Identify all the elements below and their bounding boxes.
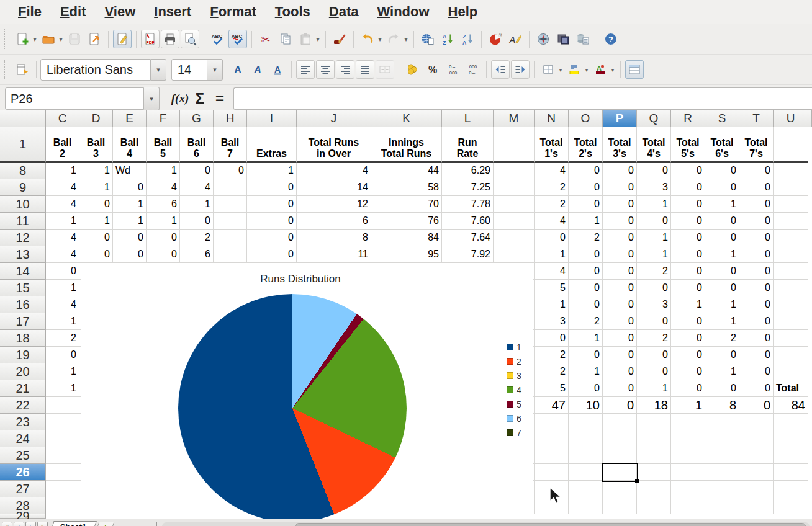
cell-C23[interactable] xyxy=(46,414,79,430)
row-header-26[interactable]: 26 xyxy=(0,464,46,481)
menu-item-window[interactable]: Window xyxy=(368,2,438,22)
increase-indent-icon[interactable] xyxy=(511,60,530,79)
font-size-combo[interactable]: 14 xyxy=(171,59,207,81)
print-preview-icon[interactable] xyxy=(181,30,199,48)
cell-O9[interactable]: 0 xyxy=(569,179,603,196)
cell-O22[interactable]: 10 xyxy=(569,397,603,414)
cell-S28[interactable] xyxy=(705,497,739,514)
cell-C8[interactable]: 1 xyxy=(46,163,79,179)
cell-Q10[interactable]: 1 xyxy=(637,196,671,213)
row-header-16[interactable]: 16 xyxy=(0,296,46,313)
column-header-G[interactable]: G xyxy=(180,110,214,127)
cell-D1[interactable]: Ball 3 xyxy=(79,127,113,163)
cell-P17[interactable]: 0 xyxy=(603,313,637,330)
cell-R22[interactable]: 1 xyxy=(671,397,705,414)
cell-N20[interactable]: 2 xyxy=(535,363,569,380)
cell-C9[interactable]: 4 xyxy=(46,179,79,196)
column-header-F[interactable]: F xyxy=(147,110,180,127)
cell-S9[interactable]: 0 xyxy=(705,179,739,196)
cell-G11[interactable]: 0 xyxy=(180,213,214,230)
cell-O17[interactable]: 2 xyxy=(569,313,603,330)
cell-P11[interactable]: 0 xyxy=(603,213,637,230)
cell-N12[interactable]: 0 xyxy=(535,230,569,246)
cell-R1[interactable]: Total 5's xyxy=(671,127,705,163)
horizontal-scrollbar[interactable] xyxy=(162,522,810,526)
cell-O28[interactable] xyxy=(569,497,603,514)
cell-T23[interactable] xyxy=(739,414,774,430)
cell-P23[interactable] xyxy=(603,414,637,430)
cell-O12[interactable]: 2 xyxy=(569,230,603,246)
column-header-R[interactable]: R xyxy=(671,110,705,127)
cell-U23[interactable] xyxy=(774,414,808,430)
row-header-9[interactable]: 9 xyxy=(0,179,46,196)
row-header-25[interactable]: 25 xyxy=(0,447,46,464)
cell-P22[interactable]: 0 xyxy=(603,397,637,414)
row-header-23[interactable]: 23 xyxy=(0,414,46,430)
cell-G1[interactable]: Ball 6 xyxy=(180,127,214,163)
cell-O23[interactable] xyxy=(569,414,603,430)
cell-U22[interactable]: 84 xyxy=(774,397,808,414)
font-name-dropdown-icon[interactable]: ▾ xyxy=(151,59,166,81)
cell-S24[interactable] xyxy=(705,430,739,447)
cell-U27[interactable] xyxy=(774,481,808,497)
cell-S27[interactable] xyxy=(705,481,739,497)
help-icon[interactable]: ? xyxy=(602,30,620,48)
data-sources-icon[interactable] xyxy=(574,30,592,48)
cell-P10[interactable]: 0 xyxy=(603,196,637,213)
cell-R21[interactable]: 0 xyxy=(671,380,705,397)
cell-G12[interactable]: 2 xyxy=(180,230,214,246)
cell-U28[interactable] xyxy=(774,497,808,514)
cell-C1[interactable]: Ball 2 xyxy=(46,127,79,163)
auto-spellcheck-icon[interactable]: ABC xyxy=(228,30,247,48)
cell-D13[interactable]: 0 xyxy=(79,246,113,263)
cell-E12[interactable]: 0 xyxy=(113,230,147,246)
cell-T21[interactable]: 0 xyxy=(739,380,774,397)
row-header-22[interactable]: 22 xyxy=(0,397,46,414)
font-name-combo[interactable]: Liberation Sans xyxy=(40,59,151,81)
cell-U9[interactable] xyxy=(774,179,808,196)
cell-S23[interactable] xyxy=(705,414,739,430)
row-header-15[interactable]: 15 xyxy=(0,280,46,296)
cell-E9[interactable]: 0 xyxy=(113,179,147,196)
currency-icon[interactable] xyxy=(404,60,422,79)
cell-Q28[interactable] xyxy=(637,497,671,514)
column-header-Q[interactable]: Q xyxy=(637,110,671,127)
cell-O16[interactable]: 0 xyxy=(569,296,603,313)
cell-Q18[interactable]: 2 xyxy=(637,330,671,347)
cell-G10[interactable]: 1 xyxy=(180,196,214,213)
cell-I8[interactable]: 1 xyxy=(247,163,297,179)
cell-T1[interactable]: Total 7's xyxy=(739,127,774,163)
cell-Q8[interactable]: 0 xyxy=(637,163,671,179)
row-header-17[interactable]: 17 xyxy=(0,313,46,330)
cell-E1[interactable]: Ball 4 xyxy=(113,127,147,163)
cell-H12[interactable] xyxy=(214,230,247,246)
font-color-icon[interactable]: A xyxy=(591,60,610,79)
sort-ascending-icon[interactable]: AZ xyxy=(438,30,457,48)
cell-S20[interactable]: 1 xyxy=(705,363,739,380)
underline-icon[interactable]: A xyxy=(268,60,287,79)
cell-N1[interactable]: Total 1's xyxy=(535,127,569,163)
cell-O10[interactable]: 0 xyxy=(569,196,603,213)
borders-icon[interactable] xyxy=(539,60,557,79)
cell-I10[interactable]: 0 xyxy=(247,196,297,213)
column-header-partial[interactable] xyxy=(808,110,812,127)
cell-C25[interactable] xyxy=(46,447,79,464)
sum-icon[interactable]: Σ xyxy=(190,89,210,108)
row-header-10[interactable]: 10 xyxy=(0,196,46,213)
cell-N22[interactable]: 47 xyxy=(535,397,569,414)
cell-T14[interactable]: 0 xyxy=(739,263,774,280)
redo-dropdown-icon[interactable]: ▾ xyxy=(403,36,409,43)
cell-J11[interactable]: 6 xyxy=(297,213,371,230)
cell-P25[interactable] xyxy=(603,447,637,464)
cell-C16[interactable]: 4 xyxy=(46,296,79,313)
name-box[interactable] xyxy=(5,87,144,110)
cell-M8[interactable] xyxy=(494,163,535,179)
cell-S17[interactable]: 1 xyxy=(705,313,739,330)
cell-T25[interactable] xyxy=(739,447,774,464)
undo-icon[interactable] xyxy=(358,30,377,48)
row-header-13[interactable]: 13 xyxy=(0,246,46,263)
cell-U18[interactable] xyxy=(774,330,808,347)
column-header-I[interactable]: I xyxy=(247,110,297,127)
hyperlink-icon[interactable] xyxy=(418,30,437,48)
cell-P28[interactable] xyxy=(603,497,637,514)
